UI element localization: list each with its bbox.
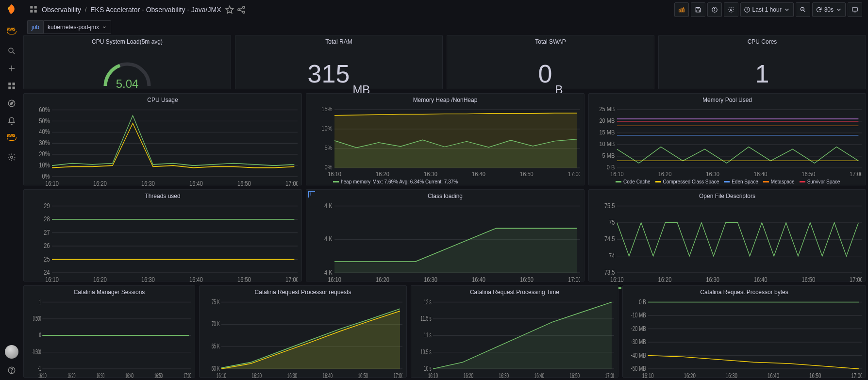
user-avatar[interactable] bbox=[5, 345, 18, 359]
svg-rect-25 bbox=[683, 9, 684, 12]
chart-plot[interactable]: -1-0.50000.500116:1016:2016:3016:4016:50… bbox=[28, 299, 191, 380]
panel-bytes[interactable]: Catalina Request Processor bytes-50 MB-4… bbox=[622, 285, 866, 378]
alert-bell-icon[interactable] bbox=[4, 113, 19, 129]
legend-swatch bbox=[724, 181, 730, 182]
chart-plot[interactable]: -50 MB-40 MB-30 MB-20 MB-10 MB0 B16:1016… bbox=[627, 299, 862, 380]
panel-memory-pool[interactable]: Memory Pool Used0 B5 MB10 MB15 MB20 MB25… bbox=[588, 93, 866, 185]
panel-title[interactable]: CPU Cores bbox=[659, 35, 866, 48]
panel-title[interactable]: Total SWAP bbox=[447, 35, 654, 48]
panel-processing-time[interactable]: Catalina Request Processing Time10 s10.5… bbox=[411, 285, 618, 378]
chart-plot[interactable]: 73.57474.57575.516:1016:2016:3016:4016:5… bbox=[593, 203, 862, 283]
panel-total-swap[interactable]: Total SWAP 0 B bbox=[447, 35, 654, 89]
panel-title[interactable]: Catalina Request Processing Time bbox=[411, 286, 618, 298]
save-button[interactable] bbox=[691, 2, 705, 17]
page-title[interactable]: EKS Accelerator - Observability - Java/J… bbox=[88, 6, 223, 14]
svg-text:40%: 40% bbox=[39, 128, 50, 135]
info-button[interactable] bbox=[707, 2, 722, 17]
panel-total-ram[interactable]: Total RAM 315 MB bbox=[235, 35, 443, 89]
chart-plot[interactable]: 0 B5 MB10 MB15 MB20 MB25 MB16:1016:2016:… bbox=[593, 107, 862, 177]
time-range-picker[interactable]: Last 1 hour bbox=[740, 2, 794, 17]
panel-title[interactable]: Catalina Manager Sessions bbox=[24, 286, 195, 298]
svg-text:10 s: 10 s bbox=[424, 365, 432, 372]
settings-gear-icon[interactable] bbox=[4, 149, 19, 165]
legend-item[interactable]: Eden Space bbox=[724, 179, 758, 184]
legend-item[interactable]: Compressed Class Space bbox=[655, 179, 719, 184]
explore-compass-icon[interactable] bbox=[4, 96, 19, 111]
chart-plot[interactable]: 4 K4 K4 K16:1016:2016:3016:4016:5017:00 bbox=[310, 203, 580, 283]
chevron-down-icon bbox=[102, 25, 107, 30]
svg-rect-38 bbox=[852, 8, 858, 11]
panel-title[interactable]: Memory Pool Used bbox=[589, 94, 866, 106]
chart-plot[interactable]: 0%5%10%15%16:1016:2016:3016:4016:5017:00 bbox=[310, 107, 580, 177]
panel-title[interactable]: CPU System Load(5m avg) bbox=[24, 35, 231, 48]
svg-text:16:20: 16:20 bbox=[93, 276, 107, 283]
svg-text:16:40: 16:40 bbox=[534, 372, 545, 380]
svg-line-1 bbox=[13, 52, 15, 54]
star-icon[interactable] bbox=[225, 5, 234, 15]
svg-text:0%: 0% bbox=[325, 165, 333, 170]
panel-title[interactable]: Threads used bbox=[24, 190, 301, 202]
refresh-button[interactable]: 30s bbox=[812, 2, 846, 17]
legend-item[interactable]: heap memory Max: 7.69% Avg: 6.34% Curren… bbox=[333, 179, 458, 184]
panel-title[interactable]: Total RAM bbox=[235, 35, 442, 48]
panel-title[interactable]: Memory Heap /NonHeap bbox=[306, 94, 584, 106]
dashboards-icon[interactable] bbox=[4, 78, 19, 94]
svg-text:75.5: 75.5 bbox=[604, 203, 615, 210]
breadcrumb-folder[interactable]: Observability bbox=[40, 6, 83, 14]
panel-cpu-load[interactable]: CPU System Load(5m avg) 5.04 bbox=[23, 35, 231, 89]
panel-memory-heap[interactable]: Memory Heap /NonHeap0%5%10%15%16:1016:20… bbox=[306, 93, 584, 185]
svg-text:73.5: 73.5 bbox=[604, 269, 615, 276]
svg-text:16:10: 16:10 bbox=[328, 276, 341, 283]
zoom-out-button[interactable] bbox=[796, 2, 810, 17]
share-icon[interactable] bbox=[236, 5, 246, 15]
chart-plot[interactable]: 24252627282916:1016:2016:3016:4016:5017:… bbox=[28, 203, 298, 283]
panel-sessions[interactable]: Catalina Manager Sessions-1-0.50000.5001… bbox=[23, 285, 195, 378]
chart-plot[interactable]: 10 s10.5 s11 s11.5 s12 s16:1016:2016:301… bbox=[415, 299, 614, 380]
panel-title[interactable]: Class loading bbox=[306, 190, 584, 202]
panel-class-loading[interactable]: Class loading4 K4 K4 K16:1016:2016:3016:… bbox=[306, 189, 584, 281]
panel-threads[interactable]: Threads used24252627282916:1016:2016:301… bbox=[23, 189, 302, 281]
svg-text:16:30: 16:30 bbox=[499, 372, 509, 380]
panel-open-fd[interactable]: Open File Descriptors73.57474.57575.516:… bbox=[588, 189, 866, 281]
svg-text:75 K: 75 K bbox=[212, 299, 220, 305]
svg-text:16:40: 16:40 bbox=[472, 171, 485, 177]
svg-text:-10 MB: -10 MB bbox=[631, 311, 646, 319]
panel-title[interactable]: Open File Descriptors bbox=[589, 190, 866, 202]
svg-text:70 K: 70 K bbox=[212, 320, 220, 328]
panel-title[interactable]: Catalina Request Processor requests bbox=[200, 286, 406, 298]
add-panel-button[interactable] bbox=[674, 2, 689, 17]
help-icon[interactable] bbox=[4, 363, 19, 378]
grafana-logo-icon[interactable] bbox=[5, 4, 18, 17]
panel-cpu-cores[interactable]: CPU Cores 1 bbox=[658, 35, 866, 89]
svg-text:16:40: 16:40 bbox=[754, 171, 768, 177]
info-corner-icon[interactable]: i bbox=[308, 191, 315, 198]
tv-mode-button[interactable] bbox=[848, 2, 862, 17]
chart-plot[interactable]: 60 K65 K70 K75 K16:1016:2016:3016:4016:5… bbox=[203, 299, 402, 380]
svg-text:20%: 20% bbox=[39, 150, 50, 158]
panel-title[interactable]: CPU Usage bbox=[24, 94, 301, 106]
svg-text:17:00: 17:00 bbox=[394, 372, 402, 380]
legend-item[interactable]: Survivor Space bbox=[800, 179, 840, 184]
svg-rect-24 bbox=[681, 8, 682, 12]
chart-plot[interactable]: 0%10%20%30%40%50%60%16:1016:2016:3016:40… bbox=[28, 107, 298, 187]
svg-text:15 MB: 15 MB bbox=[599, 130, 615, 135]
search-icon[interactable] bbox=[4, 43, 19, 59]
panel-title[interactable]: Catalina Request Processor bytes bbox=[623, 286, 866, 298]
chevron-down-icon bbox=[784, 6, 790, 13]
svg-text:16:20: 16:20 bbox=[658, 276, 672, 283]
svg-text:4 K: 4 K bbox=[324, 269, 333, 276]
svg-text:-1: -1 bbox=[38, 364, 41, 372]
legend-item[interactable]: Metaspace bbox=[763, 179, 795, 184]
panel-requests[interactable]: Catalina Request Processor requests60 K6… bbox=[199, 285, 407, 378]
svg-text:16:30: 16:30 bbox=[141, 276, 155, 283]
dashboard-settings-button[interactable] bbox=[724, 2, 738, 17]
panel-cpu-usage[interactable]: CPU Usage0%10%20%30%40%50%60%16:1016:201… bbox=[23, 93, 302, 185]
variable-job-select[interactable]: kubernetes-pod-jmx bbox=[43, 20, 111, 34]
dashboard-icon bbox=[29, 5, 38, 15]
legend-item[interactable]: Code Cache bbox=[616, 179, 651, 184]
aws-services-icon[interactable]: aws bbox=[7, 132, 17, 141]
svg-text:16:50: 16:50 bbox=[520, 276, 534, 283]
plus-icon[interactable] bbox=[4, 61, 19, 76]
svg-text:0: 0 bbox=[39, 331, 41, 339]
svg-rect-28 bbox=[697, 7, 699, 9]
